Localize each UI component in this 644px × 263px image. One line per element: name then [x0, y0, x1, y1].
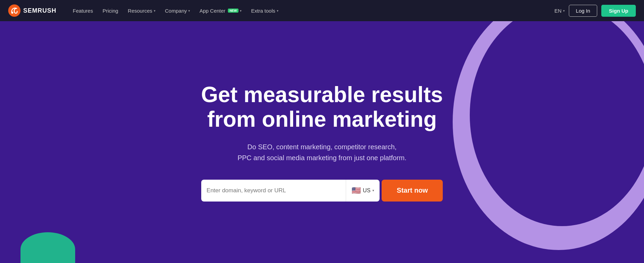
country-code: US	[363, 188, 370, 194]
navbar-right: EN ▾ Log In Sign Up	[554, 5, 636, 17]
nav-company[interactable]: Company ▾	[161, 5, 194, 16]
us-flag-icon: 🇺🇸	[352, 186, 361, 195]
search-input-wrapper	[201, 180, 346, 202]
hero-search-bar: 🇺🇸 US ▾ Start now	[201, 180, 443, 202]
login-button[interactable]: Log In	[569, 5, 598, 17]
nav-extra-tools[interactable]: Extra tools ▾	[247, 5, 283, 16]
nav-pricing[interactable]: Pricing	[98, 5, 122, 16]
hero-content: Get measurable results from online marke…	[194, 83, 450, 201]
nav-resources[interactable]: Resources ▾	[124, 5, 160, 16]
hero-bottom-shape	[20, 232, 75, 263]
hero-section: Get measurable results from online marke…	[0, 21, 644, 263]
new-badge: new	[228, 9, 238, 13]
search-input[interactable]	[207, 187, 341, 194]
chevron-down-icon: ▾	[154, 9, 155, 13]
nav-app-center[interactable]: App Center new ▾	[195, 5, 246, 16]
hero-subtitle: Do SEO, content marketing, competitor re…	[201, 141, 443, 163]
chevron-down-icon: ▾	[188, 9, 190, 13]
chevron-down-icon: ▾	[372, 189, 374, 192]
language-selector[interactable]: EN ▾	[554, 8, 565, 14]
chevron-down-icon: ▾	[277, 9, 278, 13]
logo[interactable]: SEMRUSH	[8, 4, 56, 17]
nav-links: Features Pricing Resources ▾ Company ▾ A…	[69, 5, 554, 16]
svg-point-1	[11, 12, 13, 14]
hero-background-circle	[453, 21, 644, 250]
hero-title: Get measurable results from online marke…	[201, 83, 443, 132]
chevron-down-icon: ▾	[240, 9, 242, 13]
semrush-logo-icon	[8, 4, 20, 17]
country-selector[interactable]: 🇺🇸 US ▾	[346, 180, 380, 202]
chevron-down-icon: ▾	[563, 9, 565, 13]
logo-text: SEMRUSH	[23, 7, 56, 14]
navbar: SEMRUSH Features Pricing Resources ▾ Com…	[0, 0, 644, 21]
signup-button[interactable]: Sign Up	[601, 5, 636, 17]
nav-features[interactable]: Features	[69, 5, 97, 16]
hero-background-circle-inner	[470, 21, 644, 226]
start-now-button[interactable]: Start now	[382, 180, 443, 202]
